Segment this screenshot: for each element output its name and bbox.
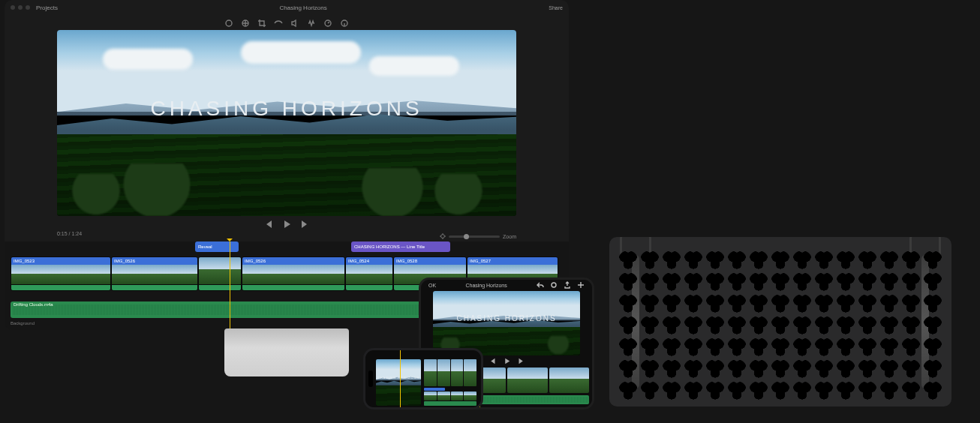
- iphone-music-track[interactable]: [424, 401, 476, 406]
- title-overlay: CHASING HORIZONS: [57, 97, 516, 121]
- iphone-title-overlay: CHASING HORIZONS: [376, 376, 421, 380]
- video-clip[interactable]: [198, 256, 242, 291]
- mac-pro-tower: [609, 237, 951, 406]
- volume-icon[interactable]: [290, 17, 299, 26]
- music-clip-label: Drifting Clouds.m4a: [14, 302, 53, 307]
- playhead[interactable]: [230, 242, 230, 330]
- crop-icon[interactable]: [257, 17, 266, 26]
- iphone-video-clip[interactable]: [451, 392, 464, 400]
- zoom-control[interactable]: Zoom: [440, 231, 516, 242]
- display-stand: [224, 328, 349, 376]
- back-button[interactable]: Projects: [36, 4, 58, 11]
- undo-icon[interactable]: [537, 281, 544, 290]
- timecode-readout: 0:15 / 1:24: [57, 231, 82, 242]
- zoom-slider[interactable]: [449, 236, 500, 238]
- ipad-ok-button[interactable]: OK: [428, 283, 436, 288]
- play-button[interactable]: [282, 218, 291, 232]
- video-clip[interactable]: IMG_0523: [11, 256, 111, 291]
- info-icon[interactable]: [340, 17, 349, 26]
- color-correct-icon[interactable]: [241, 17, 250, 26]
- svg-point-0: [226, 20, 232, 26]
- prev-button[interactable]: [264, 218, 273, 232]
- ipad-video-clip[interactable]: [549, 368, 590, 393]
- video-clip[interactable]: IMG_0526: [242, 256, 345, 291]
- color-balance-icon[interactable]: [224, 17, 233, 26]
- ipad-add-icon[interactable]: [577, 281, 585, 290]
- mac-pro-grille: [609, 237, 951, 406]
- svg-point-5: [552, 283, 556, 287]
- iphone-media-thumb[interactable]: [464, 359, 476, 386]
- timecode-bar: 0:15 / 1:24 Zoom: [5, 231, 569, 242]
- traffic-lights[interactable]: [11, 5, 30, 10]
- iphone-media-browser[interactable]: [424, 359, 476, 386]
- iphone-video-clip[interactable]: [437, 392, 450, 400]
- ipad-export-icon[interactable]: [564, 281, 571, 290]
- clip-label: IMG_0524: [346, 257, 392, 265]
- ipad-title-overlay: CHASING HORIZONS: [433, 314, 580, 322]
- ipad-preview[interactable]: CHASING HORIZONS: [433, 291, 580, 356]
- iphone-device: CHASING HORIZONS: [363, 348, 483, 410]
- ipad-project-title: Chasing Horizons: [465, 283, 507, 288]
- speed-icon[interactable]: [323, 17, 332, 26]
- video-clip[interactable]: IMG_0524: [345, 256, 393, 291]
- iphone-media-thumb[interactable]: [437, 359, 450, 386]
- clip-label: IMG_0527: [467, 257, 558, 265]
- transport-controls: [5, 219, 569, 231]
- clip-label: IMG_0526: [112, 257, 197, 265]
- title-clip[interactable]: CHASING HORIZONS — Line Title: [351, 242, 450, 252]
- stabilize-icon[interactable]: [274, 17, 283, 26]
- clip-label: IMG_0523: [11, 257, 110, 265]
- svg-point-4: [441, 235, 445, 238]
- iphone-video-clip[interactable]: [424, 392, 437, 400]
- iphone-title-clip[interactable]: [424, 388, 445, 391]
- iphone-timeline[interactable]: [424, 388, 476, 406]
- share-button[interactable]: Share: [549, 5, 563, 10]
- iphone-video-clip[interactable]: [464, 392, 476, 400]
- ipad-settings-icon[interactable]: [550, 281, 558, 290]
- ipad-toolbar: OK Chasing Horizons: [421, 280, 592, 291]
- clip-label: IMG_0526: [242, 257, 344, 265]
- iphone-playhead[interactable]: [400, 350, 401, 407]
- timeline-footer-left: Background: [11, 321, 35, 328]
- iphone-media-thumb[interactable]: [424, 359, 437, 386]
- iphone-preview[interactable]: CHASING HORIZONS: [376, 359, 421, 406]
- window-titlebar: Projects Chasing Horizons Share: [5, 0, 569, 15]
- ipad-video-clip[interactable]: [507, 368, 548, 393]
- settings-icon[interactable]: [440, 233, 446, 239]
- preview-frame: [57, 30, 516, 216]
- noise-icon[interactable]: [307, 17, 316, 26]
- next-button[interactable]: [300, 218, 309, 232]
- iphone-media-thumb[interactable]: [451, 359, 464, 386]
- video-clip[interactable]: IMG_0526: [111, 256, 198, 291]
- project-title: Chasing Horizons: [58, 4, 549, 11]
- preview-viewer[interactable]: CHASING HORIZONS: [57, 30, 516, 216]
- inspector-toolbar: [5, 15, 569, 28]
- clip-label: IMG_0528: [394, 257, 466, 265]
